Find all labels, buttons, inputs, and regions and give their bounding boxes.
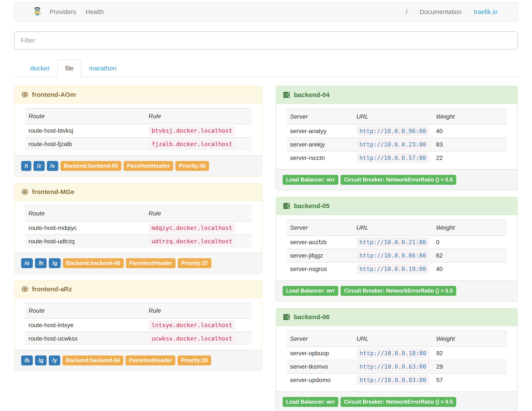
table-row: server-arekjy http://10.0.0.23:80 83 xyxy=(286,138,507,151)
server-url-link[interactable]: http://10.0.0.86:80 xyxy=(356,250,429,261)
panel-title: frontend-aRz xyxy=(32,285,72,293)
frontend-panel-aRz: frontend-aRz Route Rule route-host-lntx xyxy=(14,280,262,371)
servers-table: Server URL Weight server-aozfzb http://1… xyxy=(286,220,507,275)
nav-traefik-io[interactable]: traefik.io xyxy=(468,9,504,16)
tab-file[interactable]: file xyxy=(57,59,81,77)
server-name: server-updomo xyxy=(286,373,353,387)
frontend-panel-footer: /o /h /g Backend:backend-06 PassHostHead… xyxy=(15,253,262,273)
column-header-server: Server xyxy=(286,109,353,125)
column-header-rule: Rule xyxy=(145,206,252,221)
server-url-link[interactable]: http://10.0.0.96:80 xyxy=(356,126,429,136)
frontend-panel-footer: /b /g /y Backend:backend-04 PassHostHead… xyxy=(15,350,262,371)
table-row: route-host-btvksj btvksj.docker.localhos… xyxy=(25,124,252,137)
backends-column: backend-04 Server URL Weight xyxy=(276,86,518,411)
table-row: route-host-fjzalb fjzalb.docker.localhos… xyxy=(25,137,252,151)
panel-title: frontend-MGe xyxy=(32,188,75,196)
backend-badge: Backend:backend-05 xyxy=(60,161,121,171)
entrypoint-badge: /t xyxy=(21,161,31,171)
backend-badge: Backend:backend-04 xyxy=(62,355,123,365)
column-header-url: URL xyxy=(353,220,433,235)
route-name: route-host-lntxye xyxy=(25,319,145,332)
panel-title: backend-05 xyxy=(294,202,330,210)
load-balancer-badge: Load Balancer: wrr xyxy=(283,397,338,407)
backend-panel-06: backend-06 Server URL Weight xyxy=(276,308,518,411)
table-row: route-host-mdqiyc mdqiyc.docker.localhos… xyxy=(25,221,252,235)
column-header-rule: Rule xyxy=(145,303,252,319)
nav-health[interactable]: Health xyxy=(81,9,109,16)
server-stack-icon xyxy=(283,202,290,210)
server-name: server-nsgrus xyxy=(286,262,353,275)
route-rule-code: lntxye.docker.localhost xyxy=(149,320,235,330)
table-row: route-host-lntxye lntxye.docker.localhos… xyxy=(25,319,252,332)
table-row: server-rscctn http://10.0.0.57:80 22 xyxy=(286,151,507,165)
entrypoint-badge: /b xyxy=(21,355,33,365)
panel-title: frontend-AOm xyxy=(32,91,76,98)
server-name: server-tksmvo xyxy=(286,360,353,373)
backend-panel-footer: Load Balancer: wrr Circuit Breaker: Netw… xyxy=(276,169,517,190)
column-header-url: URL xyxy=(353,109,433,125)
servers-table: Server URL Weight server-anatyy http://1… xyxy=(286,109,507,165)
panel-body: Route Rule route-host-btvksj btvksj.dock… xyxy=(15,104,262,155)
entrypoint-badge: /g xyxy=(49,258,60,268)
server-url-link[interactable]: http://10.0.0.23:80 xyxy=(356,139,429,149)
table-row: server-tksmvo http://10.0.0.63:80 29 xyxy=(286,360,507,373)
filter-input[interactable] xyxy=(14,31,518,49)
server-url-link[interactable]: http://10.0.0.63:80 xyxy=(356,362,429,372)
column-header-route: Route xyxy=(25,303,145,319)
route-name: route-host-mdqiyc xyxy=(25,221,145,235)
nav-providers[interactable]: Providers xyxy=(45,9,81,16)
frontend-panel-MGe: frontend-MGe Route Rule route-host-mdqi xyxy=(14,183,262,274)
server-url-link[interactable]: http://10.0.0.19:80 xyxy=(356,264,429,274)
route-rule-code: btvksj.docker.localhost xyxy=(149,126,235,136)
entrypoint-badge: /y xyxy=(49,355,60,365)
navbar: Providers Health / Documentation traefik… xyxy=(14,2,518,22)
route-rule-code: mdqiyc.docker.localhost xyxy=(149,223,235,233)
priority-badge: Priority:37 xyxy=(178,258,211,268)
server-url-link[interactable]: http://10.0.0.21:80 xyxy=(356,237,429,247)
table-row: server-nsgrus http://10.0.0.19:80 40 xyxy=(286,262,507,275)
server-weight: 62 xyxy=(432,249,507,262)
routes-table: Route Rule route-host-mdqiyc mdqiyc.dock… xyxy=(25,206,252,248)
backend-panel-heading: backend-05 xyxy=(276,197,517,215)
routes-table: Route Rule route-host-btvksj btvksj.dock… xyxy=(25,108,252,151)
server-weight: 40 xyxy=(432,125,507,138)
server-name: server-anatyy xyxy=(286,125,353,138)
entrypoint-badge: /z xyxy=(33,161,45,171)
backend-panel-footer: Load Balancer: wrr Circuit Breaker: Netw… xyxy=(276,391,517,411)
panel-title: backend-04 xyxy=(294,91,330,98)
tab-marathon[interactable]: marathon xyxy=(81,59,124,77)
frontend-panel-heading: frontend-AOm xyxy=(15,86,262,104)
route-rule-code: ucwksx.docker.localhost xyxy=(149,333,235,343)
priority-badge: Priority:40 xyxy=(175,161,209,171)
traefik-logo[interactable] xyxy=(33,6,41,18)
column-header-weight: Weight xyxy=(432,109,507,125)
table-row: server-jifqgz http://10.0.0.86:80 62 xyxy=(286,249,507,262)
circuit-breaker-badge: Circuit Breaker: NetworkErrorRatio () > … xyxy=(341,286,456,296)
nav-documentation[interactable]: Documentation xyxy=(413,9,468,16)
server-stack-icon xyxy=(283,91,290,99)
server-url-link[interactable]: http://10.0.0.83:80 xyxy=(356,375,429,385)
tab-docker[interactable]: docker xyxy=(22,59,57,77)
panel-body: Server URL Weight server-opbuop http://1… xyxy=(276,326,517,391)
server-name: server-aozfzb xyxy=(286,235,353,249)
nav-root-slash[interactable]: / xyxy=(400,9,413,16)
server-weight: 83 xyxy=(432,138,507,151)
priority-badge: Priority:29 xyxy=(178,355,211,365)
server-weight: 92 xyxy=(433,347,507,360)
column-header-weight: Weight xyxy=(432,220,507,235)
server-name: server-rscctn xyxy=(286,151,353,165)
column-header-url: URL xyxy=(353,331,433,347)
column-header-route: Route xyxy=(25,206,145,221)
column-header-weight: Weight xyxy=(433,331,507,347)
table-row: server-aozfzb http://10.0.0.21:80 0 xyxy=(286,235,507,249)
servers-table: Server URL Weight server-opbuop http://1… xyxy=(286,331,507,387)
provider-tabs: docker file marathon xyxy=(14,59,518,77)
entrypoint-badge: /s xyxy=(47,161,58,171)
routes-table: Route Rule route-host-lntxye lntxye.dock… xyxy=(25,303,252,345)
server-url-link[interactable]: http://10.0.0.18:80 xyxy=(356,348,429,358)
server-url-link[interactable]: http://10.0.0.57:80 xyxy=(356,153,429,163)
server-weight: 22 xyxy=(432,151,507,165)
route-rule-code: fjzalb.docker.localhost xyxy=(149,139,235,149)
entrypoint-badge: /h xyxy=(35,258,47,268)
table-row: route-host-udtrzq udtrzq.docker.localhos… xyxy=(25,235,252,248)
